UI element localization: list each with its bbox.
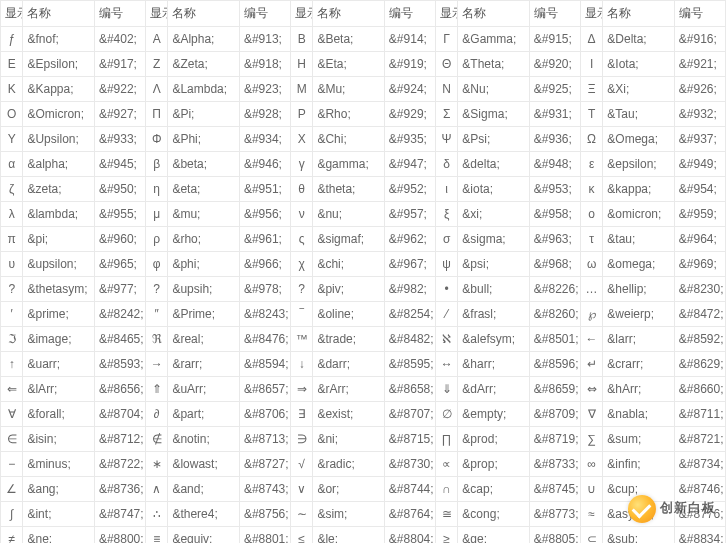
cell-code: &#960; [94,227,145,252]
cell-name: &Rho; [313,102,384,127]
cell-name: &delta; [458,152,529,177]
cell-name: &hArr; [603,377,674,402]
cell-code: &#8657; [239,377,290,402]
cell-name: &real; [168,327,239,352]
col-header-name: 名称 [458,1,529,27]
cell-code: &#954; [674,177,725,202]
cell-display: θ [290,177,312,202]
cell-display: ′ [1,302,23,327]
cell-code: &#967; [384,252,435,277]
cell-display: ? [145,277,167,302]
cell-display: Ξ [580,77,602,102]
cell-display: ↓ [290,352,312,377]
cell-name: &Iota; [603,52,674,77]
cell-name: &alefsym; [458,327,529,352]
cell-code: &#978; [239,277,290,302]
table-row: ƒ&fnof;&#402;Α&Alpha;&#913;Β&Beta;&#914;… [1,27,726,52]
cell-name: &Delta; [603,27,674,52]
cell-code: &#8472; [674,302,725,327]
cell-display: Γ [435,27,457,52]
cell-display: δ [435,152,457,177]
cell-code: &#8730; [384,452,435,477]
cell-display: ∑ [580,427,602,452]
cell-code: &#8593; [94,352,145,377]
cell-display: … [580,277,602,302]
table-body: ƒ&fnof;&#402;Α&Alpha;&#913;Β&Beta;&#914;… [1,27,726,544]
table-row: ↑&uarr;&#8593;→&rarr;&#8594;↓&darr;&#859… [1,352,726,377]
cell-display: ∝ [435,452,457,477]
col-header-display: 显示 [435,1,457,27]
cell-display: ↔ [435,352,457,377]
cell-display: − [1,452,23,477]
cell-name: &Omega; [603,127,674,152]
cell-code: &#916; [674,27,725,52]
cell-code: &#8594; [239,352,290,377]
cell-name: &rarr; [168,352,239,377]
cell-name: &sim; [313,502,384,527]
cell-code: &#982; [384,277,435,302]
cell-display: Ι [580,52,602,77]
cell-code: &#8501; [529,327,580,352]
table-row: ≠&ne;&#8800;≡&equiv;&#8801;≤&le;&#8804;≥… [1,527,726,544]
cell-code: &#8736; [94,477,145,502]
cell-code: &#8727; [239,452,290,477]
cell-name: &notin; [168,427,239,452]
cell-code: &#952; [384,177,435,202]
cell-code: &#959; [674,202,725,227]
cell-display: Π [145,102,167,127]
cell-code: &#8756; [239,502,290,527]
cell-name: &uArr; [168,377,239,402]
cell-display: ∈ [1,427,23,452]
cell-display: β [145,152,167,177]
cell-code: &#945; [94,152,145,177]
cell-name: &sigma; [458,227,529,252]
cell-display: ⁄ [435,302,457,327]
cell-name: &Alpha; [168,27,239,52]
cell-display: α [1,152,23,177]
cell-code: &#934; [239,127,290,152]
cell-display: ℘ [580,302,602,327]
cell-display: ? [1,277,23,302]
cell-code: &#964; [674,227,725,252]
cell-display: Α [145,27,167,52]
cell-code: &#949; [674,152,725,177]
cell-code: &#8712; [94,427,145,452]
cell-code: &#947; [384,152,435,177]
col-header-name: 名称 [23,1,94,27]
col-header-name: 名称 [603,1,674,27]
cell-code: &#8711; [674,402,725,427]
table-row: ?&thetasym;&#977;?&upsih;&#978;?&piv;&#9… [1,277,726,302]
cell-name: &Tau; [603,102,674,127]
cell-display: Ε [1,52,23,77]
cell-display: ≅ [435,502,457,527]
cell-code: &#935; [384,127,435,152]
cell-name: &psi; [458,252,529,277]
cell-display: ∂ [145,402,167,427]
cell-code: &#8745; [529,477,580,502]
cell-display: ⇐ [1,377,23,402]
table-row: −&minus;&#8722;∗&lowast;&#8727;√&radic;&… [1,452,726,477]
cell-name: &Psi; [458,127,529,152]
cell-display: ω [580,252,602,277]
cell-display: ς [290,227,312,252]
cell-name: &dArr; [458,377,529,402]
cell-display: υ [1,252,23,277]
col-header-code: 编号 [529,1,580,27]
cell-code: &#8804; [384,527,435,544]
table-row: Υ&Upsilon;&#933;Φ&Phi;&#934;Χ&Chi;&#935;… [1,127,726,152]
cell-code: &#927; [94,102,145,127]
cell-name: &infin; [603,452,674,477]
cell-code: &#8476; [239,327,290,352]
cell-name: &hellip; [603,277,674,302]
cell-display: π [1,227,23,252]
table-head: 显示名称编号显示名称编号显示名称编号显示名称编号显示名称编号 [1,1,726,27]
cell-name: &darr; [313,352,384,377]
table-row: ∈&isin;&#8712;∉&notin;&#8713;∋&ni;&#8715… [1,427,726,452]
cell-display: Μ [290,77,312,102]
cell-name: &ne; [23,527,94,544]
cell-name: &cong; [458,502,529,527]
cell-display: ∩ [435,477,457,502]
cell-display: Τ [580,102,602,127]
cell-display: ∞ [580,452,602,477]
cell-display: λ [1,202,23,227]
